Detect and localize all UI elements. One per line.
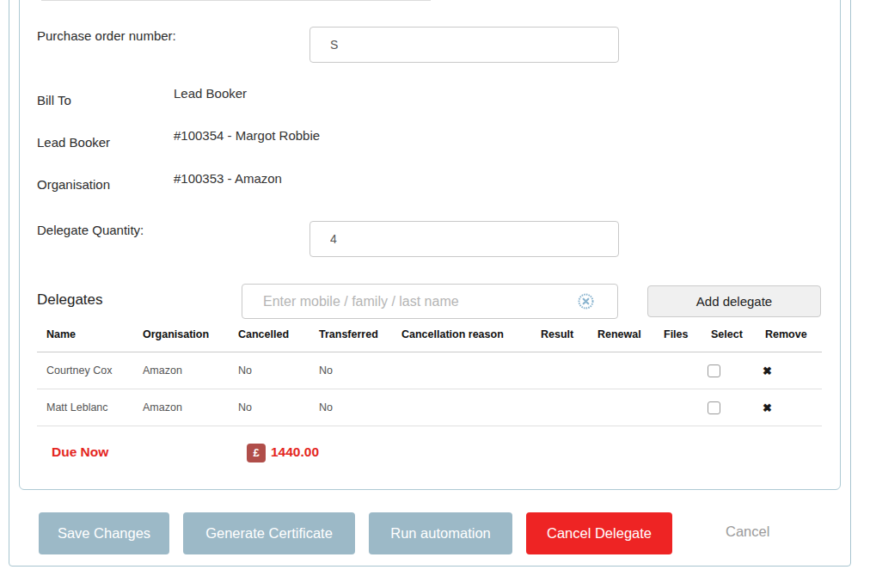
cell-result: [531, 352, 588, 389]
delegate-quantity-label: Delegate Quantity:: [37, 223, 144, 237]
due-now-label: Due Now: [52, 444, 108, 460]
col-header-cancellation-reason: Cancellation reason: [392, 322, 531, 352]
cell-organisation: Amazon: [133, 389, 229, 426]
delegates-section-label: Delegates: [37, 291, 103, 309]
col-header-result: Result: [531, 322, 588, 352]
col-header-organisation: Organisation: [133, 322, 229, 352]
remove-delegate-icon[interactable]: ✖: [763, 401, 772, 414]
bill-to-label: Bill To: [37, 93, 71, 107]
table-header-row: Name Organisation Cancelled Transferred …: [37, 322, 822, 352]
lead-booker-label: Lead Booker: [37, 135, 110, 150]
cancel-link[interactable]: Cancel: [726, 524, 769, 540]
cutoff-element-divider: [41, 0, 431, 1]
delegate-quantity-input[interactable]: [309, 221, 619, 257]
delegate-search-input[interactable]: [242, 284, 618, 319]
col-header-remove: Remove: [756, 322, 822, 352]
due-now-amount: 1440.00: [271, 444, 319, 460]
cell-result: [531, 389, 588, 426]
cell-files: [654, 389, 702, 426]
purchase-order-label: Purchase order number:: [37, 28, 176, 43]
organisation-label: Organisation: [37, 177, 110, 192]
table-row: Courtney Cox Amazon No No ✖: [37, 352, 822, 389]
cell-files: [654, 352, 702, 389]
cell-name: Matt Leblanc: [37, 389, 133, 426]
page: Purchase order number: Bill To Lead Book…: [0, 0, 870, 588]
cell-organisation: Amazon: [133, 352, 229, 389]
generate-certificate-button[interactable]: Generate Certificate: [183, 512, 355, 554]
cancel-delegate-button[interactable]: Cancel Delegate: [526, 512, 672, 554]
lead-booker-value: #100354 - Margot Robbie: [174, 128, 320, 143]
cell-cancellation-reason: [392, 352, 531, 389]
col-header-renewal: Renewal: [588, 322, 654, 352]
select-delegate-checkbox[interactable]: [708, 364, 720, 377]
cell-transferred: No: [309, 389, 392, 426]
cell-transferred: No: [309, 352, 392, 389]
cell-renewal: [588, 352, 654, 389]
col-header-transferred: Transferred: [309, 322, 392, 352]
bill-to-value: Lead Booker: [174, 86, 247, 101]
col-header-cancelled: Cancelled: [229, 322, 309, 352]
cell-cancellation-reason: [392, 389, 531, 426]
organisation-value: #100353 - Amazon: [174, 171, 282, 186]
cell-cancelled: No: [229, 352, 309, 389]
col-header-name: Name: [37, 322, 133, 352]
cell-name: Courtney Cox: [37, 352, 133, 389]
clear-search-icon[interactable]: [578, 293, 594, 309]
cell-renewal: [588, 389, 654, 426]
col-header-select: Select: [702, 322, 756, 352]
run-automation-button[interactable]: Run automation: [369, 512, 512, 554]
save-changes-button[interactable]: Save Changes: [39, 512, 169, 554]
table-row: Matt Leblanc Amazon No No ✖: [37, 389, 822, 426]
col-header-files: Files: [654, 322, 702, 352]
select-delegate-checkbox[interactable]: [708, 401, 720, 414]
pound-currency-badge: £: [247, 444, 266, 462]
cell-cancelled: No: [229, 389, 309, 426]
delegates-table: Name Organisation Cancelled Transferred …: [37, 322, 822, 426]
add-delegate-button[interactable]: Add delegate: [647, 285, 821, 317]
remove-delegate-icon[interactable]: ✖: [763, 364, 772, 377]
purchase-order-input[interactable]: [309, 27, 619, 63]
